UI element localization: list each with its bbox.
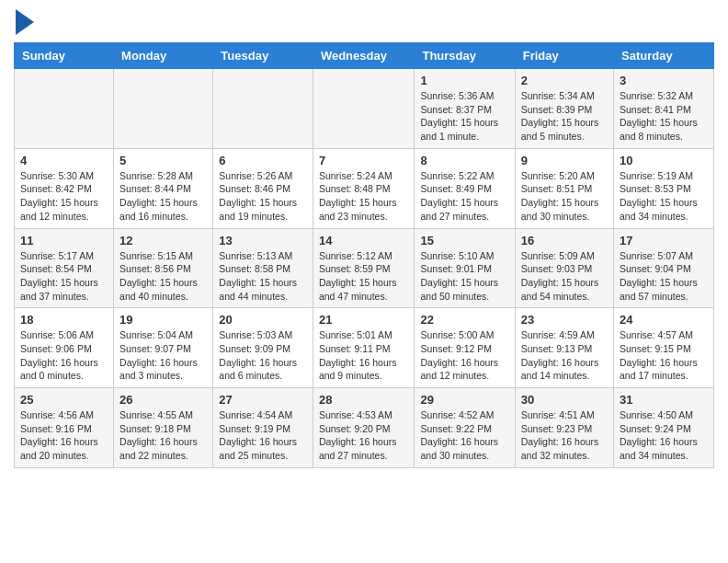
day-cell: 3Sunrise: 5:32 AM Sunset: 8:41 PM Daylig…	[614, 69, 714, 149]
col-header-tuesday: Tuesday	[213, 43, 313, 69]
col-header-sunday: Sunday	[15, 43, 114, 69]
day-number: 5	[119, 154, 207, 167]
day-info: Sunrise: 5:32 AM Sunset: 8:41 PM Dayligh…	[620, 89, 708, 144]
day-cell: 23Sunrise: 4:59 AM Sunset: 9:13 PM Dayli…	[515, 308, 613, 388]
day-info: Sunrise: 5:00 AM Sunset: 9:12 PM Dayligh…	[420, 328, 508, 383]
day-info: Sunrise: 4:54 AM Sunset: 9:19 PM Dayligh…	[219, 408, 307, 463]
day-number: 16	[521, 234, 608, 247]
header-row: SundayMondayTuesdayWednesdayThursdayFrid…	[15, 43, 714, 69]
day-info: Sunrise: 4:56 AM Sunset: 9:16 PM Dayligh…	[20, 408, 108, 463]
week-row-3: 11Sunrise: 5:17 AM Sunset: 8:54 PM Dayli…	[15, 228, 714, 308]
day-info: Sunrise: 4:52 AM Sunset: 9:22 PM Dayligh…	[420, 408, 508, 463]
day-info: Sunrise: 4:55 AM Sunset: 9:18 PM Dayligh…	[119, 408, 207, 463]
day-info: Sunrise: 5:12 AM Sunset: 8:59 PM Dayligh…	[319, 249, 409, 304]
day-info: Sunrise: 4:51 AM Sunset: 9:23 PM Dayligh…	[521, 408, 608, 463]
day-info: Sunrise: 5:19 AM Sunset: 8:53 PM Dayligh…	[620, 169, 708, 224]
day-cell: 13Sunrise: 5:13 AM Sunset: 8:58 PM Dayli…	[213, 228, 313, 308]
day-info: Sunrise: 5:22 AM Sunset: 8:49 PM Dayligh…	[420, 169, 508, 224]
day-number: 9	[521, 154, 608, 167]
day-number: 23	[521, 313, 608, 327]
day-cell: 24Sunrise: 4:57 AM Sunset: 9:15 PM Dayli…	[614, 308, 714, 388]
day-info: Sunrise: 5:15 AM Sunset: 8:56 PM Dayligh…	[119, 249, 207, 304]
day-number: 8	[420, 154, 508, 167]
day-info: Sunrise: 5:24 AM Sunset: 8:48 PM Dayligh…	[319, 169, 409, 224]
week-row-5: 25Sunrise: 4:56 AM Sunset: 9:16 PM Dayli…	[15, 388, 714, 468]
day-cell: 31Sunrise: 4:50 AM Sunset: 9:24 PM Dayli…	[614, 388, 714, 468]
day-number: 11	[20, 234, 108, 247]
day-info: Sunrise: 5:28 AM Sunset: 8:44 PM Dayligh…	[119, 169, 207, 224]
day-number: 25	[20, 393, 108, 407]
day-info: Sunrise: 4:59 AM Sunset: 9:13 PM Dayligh…	[521, 328, 608, 383]
day-cell: 5Sunrise: 5:28 AM Sunset: 8:44 PM Daylig…	[114, 148, 213, 228]
day-number: 29	[420, 393, 508, 407]
day-cell: 7Sunrise: 5:24 AM Sunset: 8:48 PM Daylig…	[313, 148, 415, 228]
day-info: Sunrise: 4:50 AM Sunset: 9:24 PM Dayligh…	[620, 408, 708, 463]
day-info: Sunrise: 5:09 AM Sunset: 9:03 PM Dayligh…	[521, 249, 608, 304]
day-number: 30	[521, 393, 608, 407]
day-info: Sunrise: 4:57 AM Sunset: 9:15 PM Dayligh…	[620, 328, 708, 383]
day-number: 12	[119, 234, 207, 247]
day-cell: 12Sunrise: 5:15 AM Sunset: 8:56 PM Dayli…	[114, 228, 213, 308]
day-number: 31	[620, 393, 708, 407]
week-row-1: 1Sunrise: 5:36 AM Sunset: 8:37 PM Daylig…	[15, 69, 714, 149]
day-cell: 11Sunrise: 5:17 AM Sunset: 8:54 PM Dayli…	[15, 228, 114, 308]
day-cell: 29Sunrise: 4:52 AM Sunset: 9:22 PM Dayli…	[415, 388, 515, 468]
day-number: 10	[620, 154, 708, 167]
day-info: Sunrise: 5:34 AM Sunset: 8:39 PM Dayligh…	[521, 89, 608, 144]
day-cell: 25Sunrise: 4:56 AM Sunset: 9:16 PM Dayli…	[15, 388, 114, 468]
day-cell: 2Sunrise: 5:34 AM Sunset: 8:39 PM Daylig…	[515, 69, 613, 149]
day-cell: 20Sunrise: 5:03 AM Sunset: 9:09 PM Dayli…	[213, 308, 313, 388]
day-info: Sunrise: 5:36 AM Sunset: 8:37 PM Dayligh…	[420, 89, 508, 144]
day-info: Sunrise: 5:20 AM Sunset: 8:51 PM Dayligh…	[521, 169, 608, 224]
day-cell: 26Sunrise: 4:55 AM Sunset: 9:18 PM Dayli…	[114, 388, 213, 468]
day-cell: 30Sunrise: 4:51 AM Sunset: 9:23 PM Dayli…	[515, 388, 613, 468]
col-header-saturday: Saturday	[614, 43, 714, 69]
day-cell: 19Sunrise: 5:04 AM Sunset: 9:07 PM Dayli…	[114, 308, 213, 388]
day-info: Sunrise: 5:26 AM Sunset: 8:46 PM Dayligh…	[219, 169, 307, 224]
day-info: Sunrise: 5:13 AM Sunset: 8:58 PM Dayligh…	[219, 249, 307, 304]
day-info: Sunrise: 5:03 AM Sunset: 9:09 PM Dayligh…	[219, 328, 307, 383]
page: SundayMondayTuesdayWednesdayThursdayFrid…	[0, 0, 728, 477]
day-info: Sunrise: 5:30 AM Sunset: 8:42 PM Dayligh…	[20, 169, 108, 224]
day-number: 20	[219, 313, 307, 327]
day-cell: 27Sunrise: 4:54 AM Sunset: 9:19 PM Dayli…	[213, 388, 313, 468]
day-info: Sunrise: 4:53 AM Sunset: 9:20 PM Dayligh…	[319, 408, 409, 463]
day-info: Sunrise: 5:06 AM Sunset: 9:06 PM Dayligh…	[20, 328, 108, 383]
day-cell: 9Sunrise: 5:20 AM Sunset: 8:51 PM Daylig…	[515, 148, 613, 228]
col-header-thursday: Thursday	[415, 43, 515, 69]
day-number: 19	[119, 313, 207, 327]
day-number: 6	[219, 154, 307, 167]
day-cell: 18Sunrise: 5:06 AM Sunset: 9:06 PM Dayli…	[15, 308, 114, 388]
day-number: 2	[521, 74, 608, 87]
day-info: Sunrise: 5:17 AM Sunset: 8:54 PM Dayligh…	[20, 249, 108, 304]
logo-icon	[16, 9, 34, 35]
day-cell: 21Sunrise: 5:01 AM Sunset: 9:11 PM Dayli…	[313, 308, 415, 388]
day-cell: 16Sunrise: 5:09 AM Sunset: 9:03 PM Dayli…	[515, 228, 613, 308]
header	[14, 9, 714, 35]
day-number: 14	[319, 234, 409, 247]
day-cell: 22Sunrise: 5:00 AM Sunset: 9:12 PM Dayli…	[415, 308, 515, 388]
day-number: 15	[420, 234, 508, 247]
day-cell: 14Sunrise: 5:12 AM Sunset: 8:59 PM Dayli…	[313, 228, 415, 308]
day-number: 26	[119, 393, 207, 407]
day-number: 1	[420, 74, 508, 87]
day-cell: 6Sunrise: 5:26 AM Sunset: 8:46 PM Daylig…	[213, 148, 313, 228]
day-cell	[213, 69, 313, 149]
day-number: 4	[20, 154, 108, 167]
day-cell: 10Sunrise: 5:19 AM Sunset: 8:53 PM Dayli…	[614, 148, 714, 228]
svg-marker-0	[16, 9, 34, 35]
col-header-monday: Monday	[114, 43, 213, 69]
day-number: 28	[319, 393, 409, 407]
week-row-2: 4Sunrise: 5:30 AM Sunset: 8:42 PM Daylig…	[15, 148, 714, 228]
day-cell	[15, 69, 114, 149]
day-cell: 28Sunrise: 4:53 AM Sunset: 9:20 PM Dayli…	[313, 388, 415, 468]
day-info: Sunrise: 5:07 AM Sunset: 9:04 PM Dayligh…	[620, 249, 708, 304]
day-number: 21	[319, 313, 409, 327]
day-cell: 17Sunrise: 5:07 AM Sunset: 9:04 PM Dayli…	[614, 228, 714, 308]
day-number: 27	[219, 393, 307, 407]
day-cell: 4Sunrise: 5:30 AM Sunset: 8:42 PM Daylig…	[15, 148, 114, 228]
day-number: 3	[620, 74, 708, 87]
day-number: 18	[20, 313, 108, 327]
day-cell: 15Sunrise: 5:10 AM Sunset: 9:01 PM Dayli…	[415, 228, 515, 308]
day-info: Sunrise: 5:04 AM Sunset: 9:07 PM Dayligh…	[119, 328, 207, 383]
